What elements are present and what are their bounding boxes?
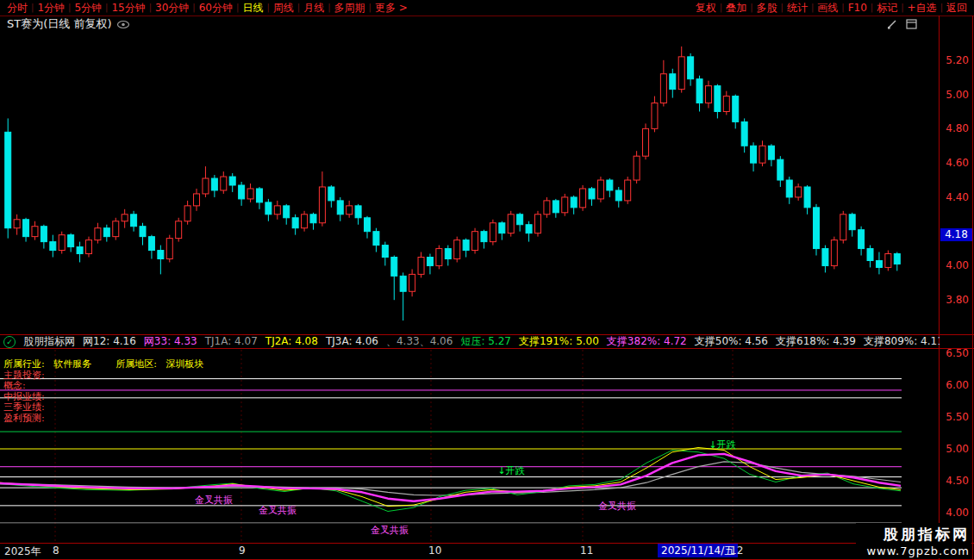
- candle: [463, 239, 469, 258]
- toolbar-period-5[interactable]: 60分钟: [196, 0, 236, 16]
- candle: [239, 182, 245, 206]
- month-label-10: 10: [428, 544, 441, 557]
- candle: [391, 256, 397, 301]
- indicator-tick-5.50: 5.50: [940, 411, 969, 423]
- candle: [490, 220, 496, 246]
- candle: [256, 187, 262, 209]
- candle: [652, 96, 658, 133]
- indicator-value-8: 支撑382%: 4.72: [607, 335, 687, 348]
- candle: [849, 213, 855, 237]
- toolbar-action-0[interactable]: 复权: [692, 0, 720, 16]
- toolbar-period-3[interactable]: 15分钟: [108, 0, 148, 16]
- candle: [5, 118, 11, 238]
- candle: [229, 173, 235, 192]
- toolbar-action-4[interactable]: 画线: [814, 0, 841, 16]
- candle: [634, 151, 640, 184]
- candle: [274, 201, 280, 220]
- candle: [705, 81, 711, 109]
- candle: [409, 269, 415, 296]
- candlestick-chart[interactable]: [0, 33, 940, 334]
- candle: [660, 60, 666, 107]
- toolbar-period-0[interactable]: 分时: [3, 0, 31, 16]
- indicator-value-7: 支撑191%: 5.00: [519, 335, 599, 348]
- toolbar-action-8[interactable]: 返回: [943, 0, 971, 16]
- signal-label-2: 金叉共振: [371, 524, 409, 537]
- toolbar-period-4[interactable]: 30分钟: [152, 0, 192, 16]
- signal-label-3: 金叉共振: [598, 500, 636, 513]
- chart-title: ST赛为(日线 前复权): [7, 16, 111, 32]
- signal-label-0: 金叉共振: [195, 494, 233, 507]
- toolbar-period-9[interactable]: 多周期: [331, 0, 369, 16]
- info-line-5: 盈利预测:: [3, 414, 203, 425]
- candle: [534, 211, 540, 237]
- candle: [571, 196, 577, 215]
- candle: [715, 84, 721, 119]
- toolbar-period-6[interactable]: 日线: [239, 0, 266, 16]
- indicator-name[interactable]: 股朋指标网: [23, 335, 75, 348]
- candle: [122, 209, 128, 228]
- titlebar-tools: [887, 16, 917, 33]
- signal-label-5: ↓开跌: [709, 439, 735, 451]
- toolbar-action-2[interactable]: 多股: [753, 0, 781, 16]
- candle: [759, 140, 765, 166]
- indicator-tick-5.00: 5.00: [940, 443, 969, 455]
- window-layout-icon[interactable]: [906, 16, 917, 33]
- candle: [688, 53, 694, 86]
- toolbar-action-7[interactable]: +自选: [904, 0, 940, 16]
- frame-line-right-edge: [972, 16, 973, 560]
- candle: [777, 156, 784, 187]
- toolbar-left: 分时|1分钟|5分钟|15分钟|30分钟|60分钟|日线|周线|月线|多周期|更…: [3, 0, 411, 16]
- info-line-0: 所属行业: 软件服务 所属地区: 深圳板块: [3, 359, 203, 370]
- candle: [615, 187, 621, 208]
- eye-icon[interactable]: [116, 20, 130, 29]
- price-tick-3.80: 3.80: [940, 294, 969, 306]
- candle: [822, 246, 828, 273]
- indicator-value-3: TJ2A: 4.08: [265, 335, 318, 348]
- toolbar-period-2[interactable]: 5分钟: [71, 0, 105, 16]
- draw-tool-icon[interactable]: [887, 16, 897, 33]
- candle: [184, 201, 190, 225]
- indicator-tick-4.50: 4.50: [940, 475, 969, 487]
- axis-year-label: 2025年: [4, 544, 41, 559]
- candle: [831, 237, 837, 270]
- chart-titlebar: ST赛为(日线 前复权): [0, 16, 936, 33]
- toolbar-action-3[interactable]: 统计: [784, 0, 811, 16]
- candle: [454, 237, 460, 263]
- toolbar-right: 复权|叠加|多股|统计|画线|F10|标记|+自选|返回: [692, 0, 971, 16]
- candle: [472, 228, 478, 254]
- toolbar-period-1[interactable]: 1分钟: [34, 0, 68, 16]
- candle: [113, 218, 119, 240]
- candle: [517, 213, 523, 232]
- candle: [292, 215, 298, 235]
- info-line-2: 概念:: [3, 381, 203, 392]
- price-tick-4.00: 4.00: [940, 259, 969, 271]
- date-axis: 2025年 2025/11/14/五 89101112: [0, 544, 940, 558]
- candle: [804, 185, 810, 215]
- toolbar-period-7[interactable]: 周线: [270, 0, 297, 16]
- frame-line-indicator-top: [0, 348, 974, 349]
- candle: [347, 201, 353, 218]
- candle: [508, 211, 514, 237]
- toolbar-period-8[interactable]: 月线: [300, 0, 328, 16]
- last-price-marker: 4.18: [940, 228, 972, 241]
- indicator-logo-icon: ✓: [3, 336, 16, 348]
- candle: [140, 223, 146, 246]
- toolbar-action-6[interactable]: 标记: [873, 0, 901, 16]
- toolbar-period-10[interactable]: 更多 >: [371, 0, 411, 16]
- toolbar-action-5[interactable]: F10: [845, 0, 871, 16]
- price-tick-5.20: 5.20: [940, 54, 969, 66]
- current-date-badge: 2025/11/14/五: [658, 544, 738, 557]
- signal-label-4: ↓开跌: [497, 464, 524, 477]
- candle: [643, 123, 649, 159]
- candle: [526, 221, 532, 242]
- candle: [580, 185, 586, 211]
- candle: [310, 213, 316, 230]
- indicator-line-TJ2A: [0, 451, 901, 512]
- candle: [382, 242, 388, 266]
- candle: [696, 76, 702, 112]
- candle: [337, 197, 343, 221]
- toolbar-action-1[interactable]: 叠加: [722, 0, 750, 16]
- indicator-value-4: TJ3A: 4.06: [326, 335, 378, 348]
- site-watermark: 股朋指标网 www.7gpzb.com: [856, 523, 971, 558]
- candle: [840, 211, 846, 244]
